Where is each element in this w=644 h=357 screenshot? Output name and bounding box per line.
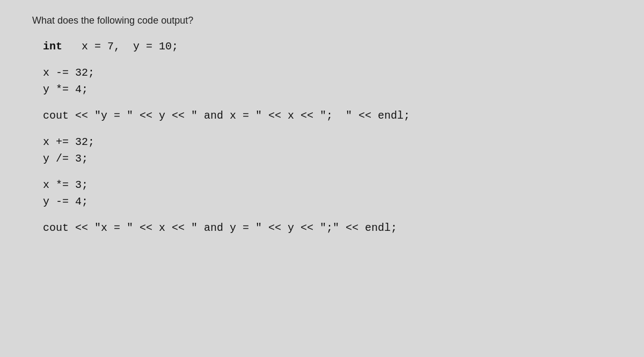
spacer-4 [32,167,612,177]
code-line-cout1: cout << "y = " << y << " and x = " << x … [32,107,612,124]
spacer-3 [32,124,612,134]
code-line-y-mult: y *= 4; [32,81,612,98]
code-line-y-div: y /= 3; [32,150,612,167]
code-block: int x = 7, y = 10; x -= 32; y *= 4; cout… [32,38,612,236]
code-line-cout2: cout << "x = " << x << " and y = " << y … [32,220,612,236]
spacer-2 [32,98,612,107]
question-text: What does the following code output? [32,15,612,26]
code-line-x-plus: x += 32; [32,134,612,150]
code-line-x-mult2: x *= 3; [32,177,612,193]
spacer-1 [32,55,612,64]
code-line-x-minus: x -= 32; [32,64,612,81]
spacer-5 [32,210,612,220]
code-line-y-minus: y -= 4; [32,193,612,210]
main-container: What does the following code output? int… [0,0,644,357]
code-line-int: int x = 7, y = 10; [32,38,612,55]
keyword-int: int [43,40,62,53]
